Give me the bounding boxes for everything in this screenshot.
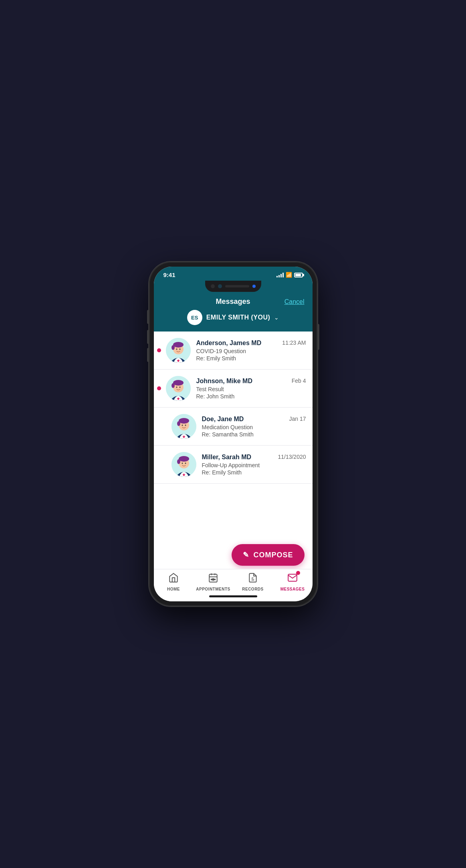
messages-badge xyxy=(296,571,300,575)
notch xyxy=(205,281,261,292)
doctor-avatar xyxy=(171,452,196,477)
doctor-avatar xyxy=(166,376,191,401)
message-content: Anderson, James MD 11:23 AM COVID-19 Que… xyxy=(196,340,306,362)
nav-item-records[interactable]: RECORDS xyxy=(233,573,273,591)
compose-button[interactable]: ✎ COMPOSE xyxy=(232,544,304,566)
message-re: Re: Emily Smith xyxy=(202,469,306,476)
notch-camera xyxy=(218,284,222,288)
svg-point-45 xyxy=(211,579,212,580)
message-time: Jan 17 xyxy=(289,416,306,422)
svg-point-8 xyxy=(176,349,177,350)
svg-point-29 xyxy=(185,425,186,426)
messages-list: Anderson, James MD 11:23 AM COVID-19 Que… xyxy=(154,332,313,538)
svg-point-9 xyxy=(179,349,180,350)
message-re: Re: John Smith xyxy=(196,393,306,400)
phone-device: 9:41 📶 Messages xyxy=(149,262,317,606)
svg-point-44 xyxy=(212,579,214,580)
svg-point-19 xyxy=(179,387,180,388)
message-subject: Follow-Up Appointment xyxy=(202,462,306,468)
svg-point-27 xyxy=(177,421,180,426)
header-title-row: Messages Cancel xyxy=(162,297,305,306)
bottom-area: ✎ COMPOSE xyxy=(154,538,313,569)
message-subject: COVID-19 Question xyxy=(196,348,306,354)
avatar: ES xyxy=(187,310,202,325)
nav-item-appointments[interactable]: APPOINTMENTS xyxy=(194,573,233,591)
message-subject: Test Result xyxy=(196,386,306,392)
home-icon xyxy=(168,573,179,585)
phone-screen: 9:41 📶 Messages xyxy=(154,267,313,601)
chevron-down-icon: ⌄ xyxy=(274,314,279,321)
unread-indicator xyxy=(157,386,161,390)
svg-point-16 xyxy=(173,380,184,386)
nav-item-messages[interactable]: MESSAGES xyxy=(273,573,313,591)
sender-name: Anderson, James MD xyxy=(196,340,262,347)
message-top: Anderson, James MD 11:23 AM xyxy=(196,340,306,347)
message-content: Miller, Sarah MD 11/13/2020 Follow-Up Ap… xyxy=(202,454,306,476)
list-item[interactable]: Miller, Sarah MD 11/13/2020 Follow-Up Ap… xyxy=(154,446,313,484)
appointments-icon xyxy=(208,573,218,585)
svg-point-26 xyxy=(179,418,189,424)
notch-speaker xyxy=(211,284,215,288)
notch-line xyxy=(225,285,249,287)
notch-sensor xyxy=(252,285,256,288)
message-top: Doe, Jane MD Jan 17 xyxy=(202,416,306,423)
cancel-button[interactable]: Cancel xyxy=(284,298,305,305)
nav-label-appointments: APPOINTMENTS xyxy=(196,587,230,591)
message-time: Feb 4 xyxy=(292,378,306,384)
home-indicator xyxy=(209,595,257,597)
svg-point-17 xyxy=(171,383,175,388)
doctor-avatar xyxy=(166,338,191,363)
svg-point-28 xyxy=(182,425,183,426)
status-time: 9:41 xyxy=(163,271,176,278)
battery-icon xyxy=(294,273,303,277)
message-top: Miller, Sarah MD 11/13/2020 xyxy=(202,454,306,461)
message-re: Re: Emily Smith xyxy=(196,355,306,362)
bottom-nav: HOME APPOINTMENTS xyxy=(154,569,313,593)
nav-label-home: HOME xyxy=(167,587,180,591)
sender-name: Miller, Sarah MD xyxy=(202,454,252,461)
svg-point-39 xyxy=(185,463,186,464)
signal-icon xyxy=(276,273,284,277)
list-item[interactable]: Johnson, Mike MD Feb 4 Test Result Re: J… xyxy=(154,370,313,408)
message-time: 11:23 AM xyxy=(282,340,306,346)
message-subject: Medication Question xyxy=(202,424,306,430)
nav-label-records: RECORDS xyxy=(242,587,264,591)
sender-name: Johnson, Mike MD xyxy=(196,378,252,385)
unread-indicator xyxy=(157,348,161,352)
svg-rect-24 xyxy=(184,436,184,438)
svg-point-46 xyxy=(214,579,215,580)
svg-rect-4 xyxy=(178,360,179,362)
svg-rect-40 xyxy=(209,574,217,582)
nav-label-messages: MESSAGES xyxy=(280,587,305,591)
svg-rect-14 xyxy=(178,398,179,400)
compose-label: COMPOSE xyxy=(253,551,293,559)
status-bar: 9:41 📶 xyxy=(154,267,313,281)
message-re: Re: Samantha Smith xyxy=(202,431,306,438)
message-top: Johnson, Mike MD Feb 4 xyxy=(196,378,306,385)
doctor-avatar xyxy=(171,414,196,439)
message-content: Johnson, Mike MD Feb 4 Test Result Re: J… xyxy=(196,378,306,400)
list-item[interactable]: Doe, Jane MD Jan 17 Medication Question … xyxy=(154,408,313,446)
notch-area xyxy=(154,281,313,293)
svg-rect-34 xyxy=(184,474,184,476)
nav-item-home[interactable]: HOME xyxy=(154,573,194,591)
svg-point-36 xyxy=(179,456,189,462)
message-content: Doe, Jane MD Jan 17 Medication Question … xyxy=(202,416,306,438)
wifi-icon: 📶 xyxy=(286,272,292,278)
svg-point-7 xyxy=(171,345,175,350)
list-item[interactable]: Anderson, James MD 11:23 AM COVID-19 Que… xyxy=(154,332,313,370)
svg-point-6 xyxy=(173,342,184,348)
records-icon xyxy=(248,573,258,585)
svg-point-37 xyxy=(177,459,180,464)
user-name: EMILY SMITH (YOU) xyxy=(206,314,270,321)
message-time: 11/13/2020 xyxy=(278,454,306,460)
page-title: Messages xyxy=(216,297,250,306)
status-icons: 📶 xyxy=(276,272,303,278)
home-bar xyxy=(154,593,313,601)
svg-point-18 xyxy=(176,387,177,388)
user-row[interactable]: ES EMILY SMITH (YOU) ⌄ xyxy=(162,310,305,325)
svg-point-38 xyxy=(182,463,183,464)
pencil-icon: ✎ xyxy=(243,551,249,559)
header: Messages Cancel ES EMILY SMITH (YOU) ⌄ xyxy=(154,293,313,332)
messages-icon xyxy=(287,573,298,585)
